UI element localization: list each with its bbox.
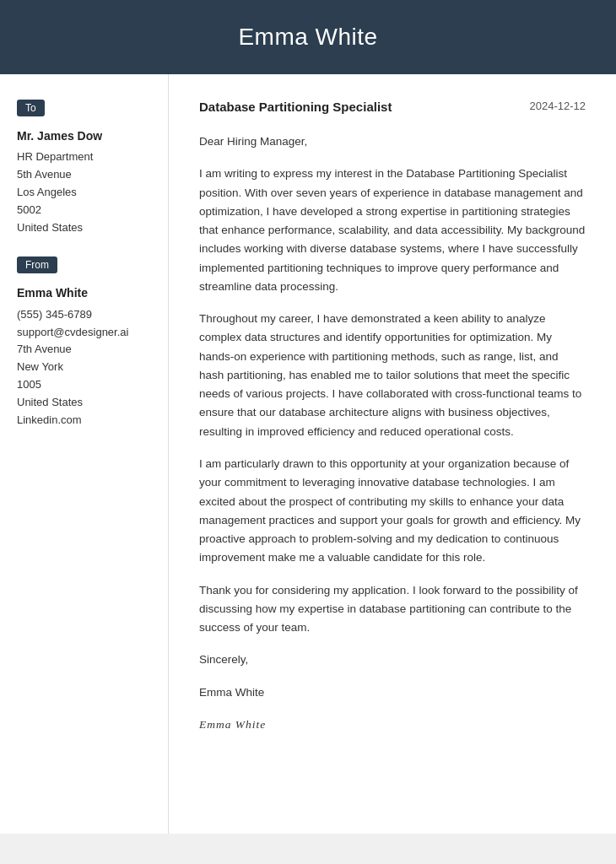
letter-content: Database Partitioning Specialist 2024-12… <box>169 74 616 834</box>
sender-line2: New York <box>17 359 151 376</box>
sidebar: To Mr. James Dow HR Department 5th Avenu… <box>0 74 169 834</box>
sender-name: Emma White <box>17 284 151 302</box>
recipient-name: Mr. James Dow <box>17 127 151 145</box>
sender-line5: Linkedin.com <box>17 412 151 429</box>
sender-phone: (555) 345-6789 <box>17 306 151 324</box>
signature-cursive: Emma White <box>199 716 586 734</box>
sender-line3: 1005 <box>17 376 151 394</box>
letter-header: Database Partitioning Specialist 2024-12… <box>199 100 586 114</box>
paragraph-2: Throughout my career, I have demonstrate… <box>199 310 586 441</box>
to-badge: To <box>17 100 45 116</box>
paragraph-1: I am writing to express my interest in t… <box>199 165 586 296</box>
page-header: Emma White <box>0 0 616 74</box>
letter-body: Dear Hiring Manager, I am writing to exp… <box>199 132 586 734</box>
from-badge: From <box>17 256 57 273</box>
paragraph-3: I am particularly drawn to this opportun… <box>199 455 586 568</box>
closing: Sincerely, <box>199 651 586 669</box>
sender-email: support@cvdesigner.ai <box>17 324 151 342</box>
recipient-line2: 5th Avenue <box>17 166 151 184</box>
recipient-line4: 5002 <box>17 202 151 219</box>
letter-date: 2024-12-12 <box>530 100 586 112</box>
salutation: Dear Hiring Manager, <box>199 132 586 151</box>
closing-name: Emma White <box>199 683 586 702</box>
recipient-line5: United States <box>17 219 151 237</box>
sender-line1: 7th Avenue <box>17 341 151 359</box>
from-section: From Emma White (555) 345-6789 support@c… <box>17 256 151 429</box>
sender-line4: United States <box>17 394 151 412</box>
paragraph-4: Thank you for considering my application… <box>199 581 586 638</box>
applicant-name: Emma White <box>17 24 599 51</box>
recipient-line3: Los Angeles <box>17 184 151 202</box>
page-body: To Mr. James Dow HR Department 5th Avenu… <box>0 74 616 834</box>
letter-title: Database Partitioning Specialist <box>199 100 392 114</box>
recipient-line1: HR Department <box>17 148 151 166</box>
to-section: To Mr. James Dow HR Department 5th Avenu… <box>17 100 151 236</box>
